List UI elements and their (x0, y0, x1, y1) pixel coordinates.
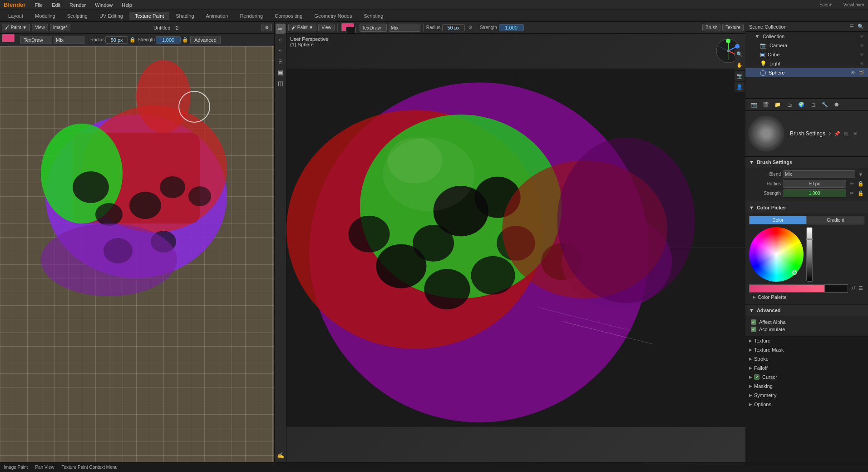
props-icon-scene[interactable]: 📷 (749, 100, 759, 110)
tab-compositing[interactable]: Compositing (269, 12, 308, 20)
radius-lock-icon[interactable]: 🔒 (129, 36, 136, 44)
props-icon-render[interactable]: 🎬 (761, 100, 771, 110)
color-wheel-dot[interactable] (792, 270, 797, 275)
tab-modeling[interactable]: Modeling (30, 12, 61, 20)
paint-mode-btn[interactable]: 🖌 Paint ▼ (2, 24, 30, 31)
options-collapse[interactable]: ▶ Options (745, 400, 868, 409)
sphere-vis-icon[interactable]: 👁 (851, 70, 855, 75)
brush-copy-icon[interactable]: ⎘ (843, 130, 850, 137)
n-panel-icon-3[interactable]: 📷 (735, 71, 745, 81)
menu-render[interactable]: Render (66, 1, 89, 9)
strength-field-vp[interactable]: 1.000 (499, 24, 524, 31)
symmetry-collapse[interactable]: ▶ Symmetry (745, 391, 868, 400)
radius-prop-value[interactable]: 50 px (783, 180, 846, 188)
tab-sculpting[interactable]: Sculpting (62, 12, 93, 20)
color-palette-icon[interactable]: ☰ (857, 284, 864, 292)
props-icon-object[interactable]: ◻ (808, 100, 818, 110)
brush-popover-btn[interactable]: Brush (702, 24, 720, 31)
strength-lock-icon[interactable]: 🔒 (182, 36, 189, 44)
image-settings-btn[interactable]: ⚙ (261, 24, 272, 31)
bg-color-viewport[interactable] (346, 27, 356, 33)
viewport-paint-mode-btn[interactable]: 🖌 Paint ▼ (288, 24, 316, 31)
props-icon-output[interactable]: 📁 (773, 100, 783, 110)
outline-collection[interactable]: ▼ Collection 👁 (745, 32, 868, 41)
menu-file[interactable]: File (31, 1, 46, 9)
viewport-canvas[interactable]: User Perspective (1) Sphere (286, 34, 745, 462)
tool-clone[interactable]: ⎘ (276, 56, 286, 66)
outline-cube[interactable]: ▣ Cube 👁 (745, 50, 868, 59)
outline-search-icon[interactable]: 🔍 (857, 23, 864, 30)
texture-popover-btn[interactable]: Texture (722, 24, 744, 31)
tool-soften[interactable]: ○ (276, 35, 286, 45)
radius-edit-icon[interactable]: ✏ (848, 180, 855, 188)
image-canvas[interactable] (0, 46, 274, 462)
tab-shading[interactable]: Shading (170, 12, 199, 20)
props-icon-modifier[interactable]: 🔧 (820, 100, 830, 110)
n-panel-icon-4[interactable]: 👤 (735, 82, 745, 92)
viewport-view-btn[interactable]: View (318, 24, 335, 31)
tab-layout[interactable]: Layout (3, 12, 29, 20)
brush-settings-header[interactable]: ▼ Brush Settings (745, 157, 868, 168)
blend-select-left[interactable]: Mix (54, 36, 85, 44)
tab-uv-editing[interactable]: UV Editing (94, 12, 128, 20)
light-vis-icon[interactable]: 👁 (860, 61, 864, 66)
color-tab-gradient[interactable]: Gradient (807, 216, 864, 224)
color-swatches-viewport[interactable] (340, 22, 358, 34)
texture-collapse[interactable]: ▶ Texture (745, 336, 868, 345)
strength-lock2-icon[interactable]: 🔒 (857, 190, 864, 197)
brush-preview[interactable] (748, 115, 784, 152)
n-panel-icon-2[interactable]: ✋ (735, 60, 745, 70)
value-slider[interactable] (806, 227, 813, 282)
menu-window[interactable]: Window (91, 1, 116, 9)
previous-color-swatch[interactable] (825, 284, 848, 293)
tab-geometry-nodes[interactable]: Geometry Nodes (309, 12, 357, 20)
cursor-checkbox[interactable]: ✓ (754, 374, 760, 380)
radius-field-vp[interactable]: 50 px (442, 24, 465, 31)
blend-select-viewport[interactable]: Mix (389, 24, 420, 32)
tool-fill[interactable]: ▣ (276, 67, 286, 77)
sphere-render-icon[interactable]: 🎬 (859, 70, 864, 75)
strength-prop-value[interactable]: 1.000 (783, 189, 846, 197)
color-swatches-left[interactable] (2, 34, 19, 46)
tab-scripting[interactable]: Scripting (358, 12, 389, 20)
tool-mask[interactable]: ◫ (276, 78, 286, 88)
tool-annotate[interactable]: ✍ (276, 450, 286, 460)
tab-animation[interactable]: Animation (201, 12, 234, 20)
blend-prop-value[interactable]: Mix (783, 170, 855, 178)
radius-lock2-icon[interactable]: 🔒 (857, 180, 864, 188)
props-icon-view-layer[interactable]: 🗂 (784, 100, 794, 110)
tool-draw[interactable]: ✏ (276, 24, 286, 34)
cube-vis-icon[interactable]: 👁 (860, 52, 864, 57)
props-icon-world[interactable]: 🌍 (796, 100, 806, 110)
color-wheel[interactable] (749, 227, 804, 282)
value-slider-handle[interactable] (806, 238, 813, 240)
radius-settings-icon[interactable]: ⚙ (467, 24, 474, 31)
falloff-collapse[interactable]: ▶ Falloff (745, 363, 868, 373)
advanced-btn-left[interactable]: Advanced (190, 36, 221, 44)
menu-edit[interactable]: Edit (48, 1, 64, 9)
accumulate-checkbox[interactable]: ✓ (751, 327, 756, 332)
tab-rendering[interactable]: Rendering (234, 12, 268, 20)
n-panel-icon-1[interactable]: 🔍 (735, 49, 745, 59)
outline-filter-icon[interactable]: ☰ (848, 23, 855, 30)
color-palette-collapse[interactable]: ▶ Color Palette (749, 293, 864, 302)
visibility-icon[interactable]: 👁 (860, 34, 864, 39)
outline-sphere[interactable]: ◯ Sphere 👁 🎬 (745, 68, 868, 77)
brush-name-viewport[interactable]: TexDraw (360, 24, 387, 32)
radius-value-left[interactable]: 50 px (105, 36, 128, 44)
tool-smear[interactable]: ~ (276, 45, 286, 55)
brush-delete-icon[interactable]: ✕ (852, 130, 859, 137)
strength-edit-icon[interactable]: ✏ (848, 190, 855, 197)
foreground-color-left[interactable] (2, 34, 15, 42)
view-btn[interactable]: View (32, 24, 48, 31)
menu-help[interactable]: Help (118, 1, 136, 9)
masking-collapse[interactable]: ▶ Masking (745, 382, 868, 391)
outline-camera[interactable]: 📷 Camera 👁 (745, 41, 868, 50)
color-picker-header[interactable]: ▼ Color Picker (745, 202, 868, 213)
strength-value-left[interactable]: 1.000 (156, 36, 181, 44)
image-btn[interactable]: Image* (50, 24, 71, 31)
brush-pin-icon[interactable]: 📌 (833, 130, 841, 137)
outline-light[interactable]: 💡 Light 👁 (745, 59, 868, 68)
blend-dropdown-icon[interactable]: ▼ (857, 171, 864, 178)
camera-vis-icon[interactable]: 👁 (860, 43, 864, 48)
